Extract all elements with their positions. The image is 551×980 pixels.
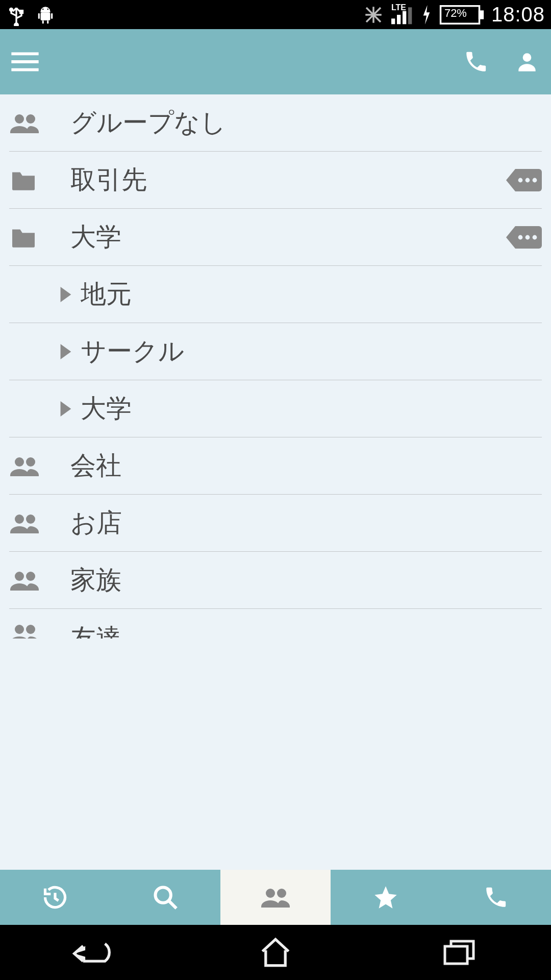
nav-recent-button[interactable] — [408, 932, 510, 973]
svg-rect-5 — [51, 13, 53, 18]
expand-arrow-icon — [50, 343, 81, 360]
app-header — [0, 29, 551, 94]
nav-home-button[interactable] — [224, 932, 327, 973]
lte-signal-icon: LTE — [391, 5, 414, 24]
more-actions-button[interactable] — [505, 167, 542, 193]
group-list[interactable]: グループなし取引先大学地元サークル大学会社お店家族友達 — [0, 94, 551, 870]
svg-point-26 — [525, 235, 530, 239]
svg-point-21 — [26, 114, 35, 124]
tab-search[interactable] — [110, 870, 220, 925]
svg-line-37 — [169, 901, 177, 909]
svg-point-39 — [277, 889, 286, 898]
folder-icon — [9, 226, 70, 249]
svg-point-9 — [47, 8, 48, 10]
svg-rect-15 — [479, 11, 483, 18]
person-button[interactable] — [514, 49, 540, 75]
charging-icon — [421, 5, 432, 24]
nav-back-button[interactable] — [41, 932, 143, 973]
subgroup-label: サークル — [81, 334, 184, 369]
svg-point-33 — [26, 572, 35, 581]
tab-favorites[interactable] — [331, 870, 441, 925]
people-icon — [9, 568, 70, 593]
phone-button[interactable] — [463, 49, 489, 75]
svg-point-32 — [15, 572, 24, 581]
svg-rect-1 — [20, 10, 23, 13]
svg-point-23 — [525, 178, 530, 182]
svg-point-29 — [26, 457, 35, 467]
subgroup-item[interactable]: サークル — [9, 323, 542, 380]
svg-rect-11 — [397, 15, 400, 24]
svg-point-20 — [15, 114, 24, 124]
svg-point-2 — [15, 23, 18, 26]
svg-point-34 — [15, 625, 24, 634]
folder-item[interactable]: 大学 — [9, 209, 542, 266]
bottom-tab-bar — [0, 870, 551, 925]
svg-point-25 — [518, 235, 523, 239]
group-label: 大学 — [70, 220, 121, 254]
svg-point-27 — [533, 235, 537, 239]
status-clock: 18:08 — [491, 3, 545, 26]
svg-point-24 — [533, 178, 537, 182]
svg-point-38 — [266, 889, 275, 898]
status-bar: LTE 72% 18:08 — [0, 0, 551, 29]
svg-rect-10 — [391, 18, 395, 24]
more-actions-button[interactable] — [505, 224, 542, 251]
svg-point-31 — [26, 514, 35, 524]
system-nav-bar — [0, 925, 551, 980]
people-icon — [9, 111, 70, 135]
android-debug-icon — [36, 5, 55, 25]
group-item[interactable]: お店 — [9, 495, 542, 552]
subgroup-item[interactable]: 地元 — [9, 266, 542, 323]
svg-rect-3 — [41, 12, 51, 20]
expand-arrow-icon — [50, 400, 81, 418]
group-item[interactable]: 会社 — [9, 437, 542, 495]
svg-rect-6 — [42, 20, 44, 23]
expand-arrow-icon — [50, 286, 81, 303]
group-label: 会社 — [70, 449, 121, 483]
people-icon — [9, 454, 70, 478]
silent-mode-icon — [363, 4, 384, 26]
subgroup-label: 地元 — [81, 277, 132, 311]
svg-point-8 — [42, 8, 44, 10]
svg-rect-13 — [408, 7, 412, 24]
svg-point-19 — [523, 53, 532, 62]
group-label: お店 — [70, 506, 122, 540]
group-label: 取引先 — [70, 163, 147, 197]
svg-point-0 — [10, 8, 13, 11]
svg-rect-40 — [445, 946, 467, 964]
group-label: 友達 — [70, 621, 121, 639]
subgroup-label: 大学 — [81, 391, 132, 426]
subgroup-item[interactable]: 大学 — [9, 380, 542, 437]
battery-icon: 72% — [439, 5, 484, 24]
tab-history[interactable] — [0, 870, 110, 925]
group-label: 家族 — [70, 563, 121, 597]
svg-rect-7 — [47, 20, 48, 23]
svg-rect-4 — [38, 13, 40, 18]
group-item[interactable]: 家族 — [9, 552, 542, 609]
folder-icon — [9, 169, 70, 191]
svg-point-28 — [15, 457, 24, 467]
menu-button[interactable] — [11, 52, 39, 72]
svg-rect-12 — [403, 11, 406, 24]
svg-point-36 — [156, 888, 171, 903]
people-icon — [9, 511, 70, 535]
group-item[interactable]: グループなし — [9, 94, 542, 152]
tab-groups[interactable] — [220, 870, 331, 925]
svg-point-22 — [518, 178, 523, 182]
usb-icon — [6, 4, 27, 26]
svg-point-35 — [26, 625, 35, 634]
folder-item[interactable]: 取引先 — [9, 152, 542, 209]
people-icon — [9, 621, 70, 639]
svg-point-30 — [15, 514, 24, 524]
tab-dialer[interactable] — [441, 870, 551, 925]
group-item[interactable]: 友達 — [9, 609, 542, 639]
group-label: グループなし — [70, 106, 226, 140]
